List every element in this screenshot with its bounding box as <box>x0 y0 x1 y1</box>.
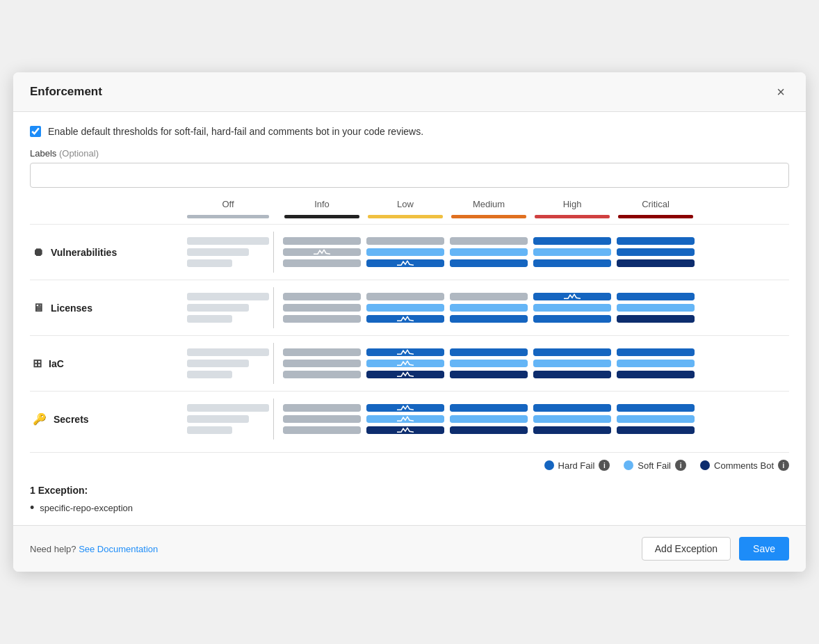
exceptions-section: 1 Exception: • specific-repo-exception <box>30 478 789 525</box>
v-divider <box>273 287 274 328</box>
category-secrets: 🔑 Secrets <box>30 412 183 426</box>
close-button[interactable]: × <box>772 83 789 100</box>
hard-fail-dot <box>544 460 554 470</box>
save-button[interactable]: Save <box>739 537 789 561</box>
off-bars-lic <box>183 293 273 323</box>
medium-bar <box>451 215 526 218</box>
exception-value: specific-repo-exception <box>40 503 133 513</box>
exceptions-title: 1 Exception: <box>30 485 789 496</box>
col-low: Low <box>364 199 447 212</box>
hard-fail-info-icon[interactable]: i <box>599 460 610 471</box>
add-exception-button[interactable]: Add Exception <box>642 537 731 561</box>
col-critical: Critical <box>614 199 697 212</box>
labels-title: Labels (Optional) <box>30 148 789 159</box>
threshold-col-medium[interactable] <box>447 237 530 267</box>
legend-soft-fail: Soft Fail i <box>624 460 686 471</box>
v-divider <box>273 399 274 440</box>
modal-title: Enforcement <box>30 85 102 99</box>
col-medium: Medium <box>447 199 530 212</box>
help-text: Need help? See Documentation <box>30 544 158 554</box>
threshold-col-high[interactable] <box>530 237 614 267</box>
enforcement-modal: Enforcement × Enable default thresholds … <box>13 72 806 572</box>
header-bar-row <box>30 215 789 218</box>
v-divider <box>273 343 274 384</box>
table-row: 🖥 Licenses <box>30 280 789 335</box>
col-info: Info <box>280 199 364 212</box>
low-bar <box>368 215 443 218</box>
off-bars-iac <box>183 348 273 378</box>
modal-header: Enforcement × <box>13 72 806 112</box>
labels-optional: (Optional) <box>59 148 99 159</box>
threshold-grid: Off Info Low Medium High Critical <box>30 199 789 446</box>
checkbox-label: Enable default thresholds for soft-fail,… <box>48 126 423 137</box>
legend-hard-fail: Hard Fail i <box>544 460 610 471</box>
category-vulnerabilities: ⏺ Vulnerabilities <box>30 246 183 259</box>
info-bar <box>284 215 359 218</box>
soft-fail-info-icon[interactable]: i <box>675 460 686 471</box>
list-item: • specific-repo-exception <box>30 501 789 514</box>
threshold-col-low[interactable] <box>364 237 447 267</box>
see-documentation-link[interactable]: See Documentation <box>79 544 158 554</box>
table-row: ⊞ IaC <box>30 335 789 391</box>
high-bar <box>535 215 610 218</box>
modal-footer: Need help? See Documentation Add Excepti… <box>13 525 806 572</box>
enable-checkbox[interactable] <box>30 126 41 137</box>
bullet-icon: • <box>30 501 34 514</box>
col-off: Off <box>183 199 273 212</box>
iac-icon: ⊞ <box>33 357 42 370</box>
footer-buttons: Add Exception Save <box>642 537 789 561</box>
table-row: 🔑 Secrets <box>30 391 789 446</box>
threshold-col-critical[interactable] <box>614 237 697 267</box>
comments-bot-dot <box>700 460 710 470</box>
vulnerabilities-icon: ⏺ <box>33 246 44 259</box>
off-bars-vuln <box>183 237 273 267</box>
critical-bar <box>618 215 693 218</box>
comments-bot-info-icon[interactable]: i <box>778 460 789 471</box>
category-iac: ⊞ IaC <box>30 357 183 370</box>
table-row: ⏺ Vulnerabilities <box>30 224 789 280</box>
modal-body: Enable default thresholds for soft-fail,… <box>13 112 806 525</box>
licenses-icon: 🖥 <box>33 302 44 314</box>
off-bars-sec <box>183 404 273 434</box>
off-bar <box>187 215 269 218</box>
soft-fail-dot <box>624 460 633 470</box>
threshold-col-info[interactable] <box>280 237 364 267</box>
secrets-icon: 🔑 <box>33 412 47 426</box>
grid-header: Off Info Low Medium High Critical <box>30 199 789 212</box>
enable-checkbox-row: Enable default thresholds for soft-fail,… <box>30 126 789 137</box>
labels-input[interactable] <box>30 163 789 188</box>
col-high: High <box>530 199 614 212</box>
v-divider <box>273 232 274 273</box>
category-licenses: 🖥 Licenses <box>30 302 183 314</box>
legend-comments-bot: Comments Bot i <box>700 460 789 471</box>
labels-section: Labels (Optional) <box>30 148 789 188</box>
legend-row: Hard Fail i Soft Fail i Comments Bot i <box>30 452 789 478</box>
